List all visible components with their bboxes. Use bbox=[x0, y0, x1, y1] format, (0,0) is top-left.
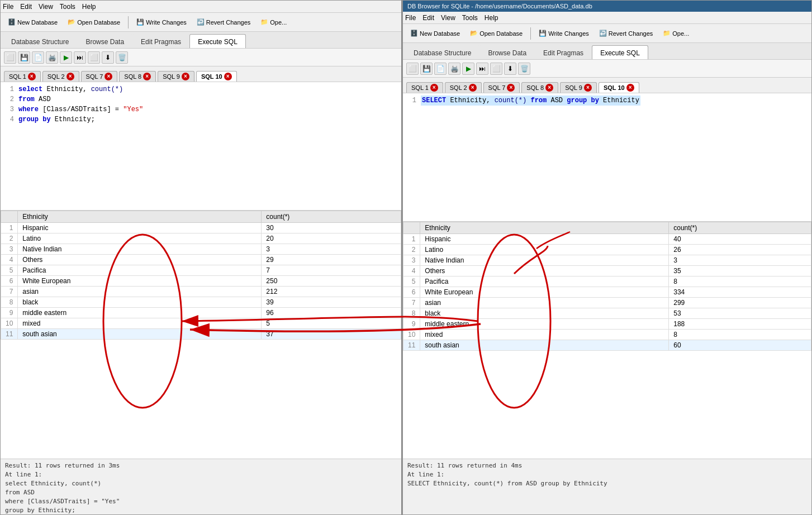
table-row: 6 bbox=[1, 276, 18, 287]
right-tab-execute-sql[interactable]: Execute SQL bbox=[592, 45, 648, 59]
right-menu-edit[interactable]: Edit bbox=[422, 14, 434, 22]
right-sql-tab-8-close[interactable]: × bbox=[545, 84, 553, 92]
right-col-ethnicity[interactable]: Ethnicity bbox=[420, 222, 669, 234]
table-row: 7 bbox=[262, 265, 401, 276]
left-toolbar: 🗄️ New Database 📂 Open Database 💾 Write … bbox=[1, 13, 401, 32]
right-tab-browse-data[interactable]: Browse Data bbox=[479, 45, 535, 59]
revert-changes-btn[interactable]: ↩️ Revert Changes bbox=[193, 17, 255, 27]
table-row: Native Indian bbox=[18, 244, 262, 255]
table-row: Others bbox=[420, 266, 669, 276]
right-sql-tab-9-close[interactable]: × bbox=[584, 84, 592, 92]
menu-tools[interactable]: Tools bbox=[60, 3, 75, 11]
right-title-text: DB Browser for SQLite - /home/username/D… bbox=[407, 3, 592, 9]
right-sql-save-btn[interactable]: 💾 bbox=[420, 63, 433, 75]
right-sql-export-btn[interactable]: ⬇ bbox=[504, 63, 516, 75]
table-row: mixed bbox=[18, 318, 262, 329]
table-row: 8 bbox=[669, 276, 811, 287]
table-row: Pacifica bbox=[420, 276, 669, 287]
new-db-icon: 🗄️ bbox=[8, 18, 16, 26]
sql-tab-7-close[interactable]: × bbox=[105, 73, 112, 80]
right-open-database-btn[interactable]: 📂 Open Database bbox=[466, 28, 526, 39]
right-revert-changes-btn[interactable]: ↩️ Revert Changes bbox=[595, 28, 657, 39]
sql-tab-8-close[interactable]: × bbox=[143, 73, 151, 80]
right-sql-tab-2-close[interactable]: × bbox=[469, 84, 477, 92]
right-sql-tab-7-close[interactable]: × bbox=[507, 84, 515, 92]
right-sql-tab-9[interactable]: SQL 9 × bbox=[560, 82, 597, 93]
tab-database-structure[interactable]: Database Structure bbox=[3, 34, 77, 48]
sql-copy-btn[interactable]: ⬜ bbox=[4, 51, 16, 64]
sql-load-btn[interactable]: 📄 bbox=[32, 51, 44, 64]
right-sql-copy-btn[interactable]: ⬜ bbox=[406, 63, 419, 75]
sql-tab-1-close[interactable]: × bbox=[28, 73, 36, 80]
right-sql-step-btn[interactable]: ⏭ bbox=[476, 63, 488, 75]
right-sql-tab-10[interactable]: SQL 10 × bbox=[599, 82, 639, 93]
sql-step-btn[interactable]: ⏭ bbox=[74, 51, 86, 64]
open-btn-extra[interactable]: 📁 Ope... bbox=[257, 17, 291, 27]
tab-edit-pragmas[interactable]: Edit Pragmas bbox=[132, 34, 189, 48]
right-tab-edit-pragmas[interactable]: Edit Pragmas bbox=[535, 45, 592, 59]
sql-clear-btn[interactable]: 🗑️ bbox=[116, 51, 128, 64]
sql-tab-10[interactable]: SQL 10 × bbox=[196, 71, 237, 82]
right-menu-view[interactable]: View bbox=[441, 14, 455, 22]
table-row: 26 bbox=[669, 245, 811, 255]
right-sql-tab-1-close[interactable]: × bbox=[430, 84, 438, 92]
sql-tab-2-close[interactable]: × bbox=[67, 73, 74, 80]
menu-help[interactable]: Help bbox=[82, 3, 96, 11]
left-editor[interactable]: 1 select Ethnicity, count(*) 2 from ASD … bbox=[1, 82, 401, 211]
sql-tab-9-close[interactable]: × bbox=[182, 73, 189, 80]
tab-execute-sql[interactable]: Execute SQL bbox=[189, 34, 246, 48]
right-menu-tools[interactable]: Tools bbox=[462, 14, 478, 22]
right-sql-load-btn[interactable]: 📄 bbox=[434, 63, 447, 75]
table-row: 3 bbox=[403, 255, 420, 266]
right-col-count[interactable]: count(*) bbox=[669, 222, 811, 234]
col-ethnicity[interactable]: Ethnicity bbox=[18, 211, 262, 223]
menu-view[interactable]: View bbox=[39, 3, 53, 11]
table-row: Others bbox=[18, 255, 262, 265]
sql-save-btn[interactable]: 💾 bbox=[18, 51, 30, 64]
sql-tab-9[interactable]: SQL 9 × bbox=[158, 71, 194, 82]
sql-print-btn[interactable]: 🖨️ bbox=[46, 51, 58, 64]
table-row: asian bbox=[18, 287, 262, 297]
table-row: Latino bbox=[18, 233, 262, 244]
right-window: DB Browser for SQLite - /home/username/D… bbox=[402, 0, 812, 515]
write-changes-btn[interactable]: 💾 Write Changes bbox=[132, 17, 191, 27]
tab-browse-data[interactable]: Browse Data bbox=[77, 34, 132, 48]
right-sql-tab-2[interactable]: SQL 2 × bbox=[445, 82, 482, 93]
menu-file[interactable]: File bbox=[3, 3, 13, 11]
sql-tab-2[interactable]: SQL 2 × bbox=[42, 71, 79, 82]
right-sql-tab-1[interactable]: SQL 1 × bbox=[406, 82, 443, 93]
sql-run-btn[interactable]: ▶ bbox=[60, 51, 72, 64]
right-status-bar: Result: 11 rows returned in 4ms At line … bbox=[403, 459, 811, 514]
sql-tab-10-close[interactable]: × bbox=[224, 73, 232, 80]
right-sql-tab-10-close[interactable]: × bbox=[626, 84, 634, 92]
table-row: 20 bbox=[262, 233, 401, 244]
new-database-btn[interactable]: 🗄️ New Database bbox=[4, 17, 61, 27]
right-editor[interactable]: 1 SELECT Ethnicity, count(*) from ASD gr… bbox=[403, 93, 811, 222]
right-sql-toolbar: ⬜ 💾 📄 🖨️ ▶ ⏭ ⬜ ⬇ 🗑️ bbox=[403, 60, 811, 78]
table-row: 4 bbox=[403, 266, 420, 276]
right-sql-clear-btn[interactable]: 🗑️ bbox=[518, 63, 530, 75]
right-menu-file[interactable]: File bbox=[405, 14, 416, 22]
right-new-database-btn[interactable]: 🗄️ New Database bbox=[406, 28, 464, 39]
col-count[interactable]: count(*) bbox=[262, 211, 401, 223]
menu-edit[interactable]: Edit bbox=[20, 3, 32, 11]
sql-tab-1[interactable]: SQL 1 × bbox=[4, 71, 41, 82]
right-sql-tab-8[interactable]: SQL 8 × bbox=[521, 82, 558, 93]
table-row: 29 bbox=[262, 255, 401, 265]
right-col-rownum bbox=[403, 222, 420, 234]
right-open-icon-extra: 📁 bbox=[663, 30, 671, 37]
right-open-btn-extra[interactable]: 📁 Ope... bbox=[659, 28, 693, 39]
right-sql-stop-btn[interactable]: ⬜ bbox=[490, 63, 502, 75]
sql-stop-btn[interactable]: ⬜ bbox=[88, 51, 100, 64]
sql-tab-8[interactable]: SQL 8 × bbox=[119, 71, 156, 82]
right-tab-database-structure[interactable]: Database Structure bbox=[405, 45, 479, 59]
sql-tab-7[interactable]: SQL 7 × bbox=[81, 71, 118, 82]
open-database-btn[interactable]: 📂 Open Database bbox=[64, 17, 124, 27]
right-menu-help[interactable]: Help bbox=[485, 14, 498, 22]
right-sql-print-btn[interactable]: 🖨️ bbox=[448, 63, 460, 75]
sql-export-btn[interactable]: ⬇ bbox=[102, 51, 114, 64]
right-sql-run-btn[interactable]: ▶ bbox=[462, 63, 474, 75]
right-sql-tab-7[interactable]: SQL 7 × bbox=[483, 82, 520, 93]
table-row: 30 bbox=[262, 223, 401, 233]
right-write-changes-btn[interactable]: 💾 Write Changes bbox=[535, 28, 593, 39]
